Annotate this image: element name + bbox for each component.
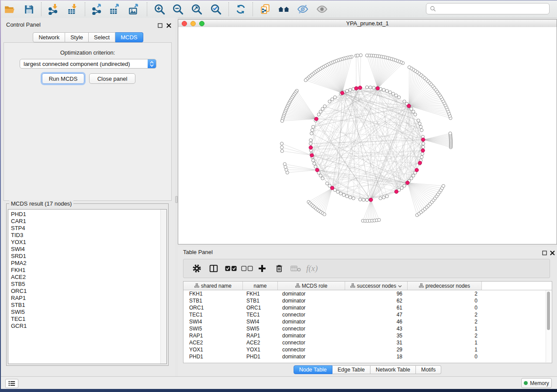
deselect-all-checkboxes-icon[interactable] xyxy=(241,266,253,272)
column-header-name[interactable]: name xyxy=(243,282,278,290)
table-cell: SWI5 xyxy=(183,325,243,332)
table-row[interactable]: SWI5SWI5connector431 xyxy=(183,325,552,332)
table-row[interactable]: SWI4SWI4dominator462 xyxy=(183,318,552,325)
import-table-icon[interactable] xyxy=(65,2,80,16)
float-table-panel-icon[interactable] xyxy=(541,250,547,256)
table-cell: dominator xyxy=(278,290,345,297)
column-header-shared-name[interactable]: shared name xyxy=(183,282,243,290)
tab-style[interactable]: Style xyxy=(65,32,89,42)
save-session-icon[interactable] xyxy=(21,2,37,16)
optimization-criterion-select[interactable]: largest connected component (undirected) xyxy=(20,59,156,69)
export-table-icon[interactable] xyxy=(107,2,122,16)
mcds-result-item[interactable]: TEC1 xyxy=(8,316,166,323)
mcds-result-item[interactable]: RAP1 xyxy=(8,295,166,302)
add-column-icon[interactable] xyxy=(258,264,266,273)
mcds-result-list: PHD1CAR1STP4TID3YOX1SWI4SRD1PMA2FKH1ACE2… xyxy=(8,209,167,364)
mcds-result-item[interactable]: SRD1 xyxy=(8,253,166,260)
table-scrollbar-thumb[interactable] xyxy=(547,292,550,330)
search-input[interactable] xyxy=(439,5,549,13)
mcds-result-item[interactable]: SWI5 xyxy=(8,309,166,316)
export-network-icon[interactable] xyxy=(89,2,105,16)
settings-gear-icon[interactable] xyxy=(192,264,201,273)
table-row[interactable]: TEC1TEC1connector472 xyxy=(183,311,552,318)
mcds-tab-content: Optimization criterion: largest connecte… xyxy=(3,42,172,201)
dropdown-stepper-icon xyxy=(148,59,156,68)
close-panel-button[interactable]: Close panel xyxy=(89,73,135,84)
mcds-result-item[interactable]: TID3 xyxy=(8,232,166,239)
tree-icon xyxy=(419,283,424,289)
column-header-successor-nodes[interactable]: successor nodes xyxy=(345,282,408,290)
memory-status-icon xyxy=(524,381,528,385)
mcds-result-item[interactable]: PMA2 xyxy=(8,260,166,267)
function-builder-icon-disabled: f(x) xyxy=(306,264,318,273)
table-cell: ACE2 xyxy=(183,339,243,346)
tab-mcds[interactable]: MCDS xyxy=(115,32,143,42)
tab-select[interactable]: Select xyxy=(89,32,115,42)
table-cell: 1 xyxy=(408,346,482,353)
table-cell: ACE2 xyxy=(243,339,278,346)
table-row[interactable]: PHD1PHD1dominator180 xyxy=(183,353,552,360)
clone-network-icon[interactable] xyxy=(257,2,273,16)
column-layout-icon[interactable] xyxy=(209,264,218,273)
table-cell: connector xyxy=(278,339,345,346)
control-panel-title: Control Panel xyxy=(6,21,41,28)
delete-column-trash-icon[interactable] xyxy=(275,264,284,273)
show-all-eye-icon[interactable] xyxy=(314,2,330,16)
table-cell: YOX1 xyxy=(243,346,278,353)
column-header-predecessor-nodes[interactable]: predecessor nodes xyxy=(408,282,482,290)
mcds-result-item[interactable]: PHD1 xyxy=(8,210,166,218)
table-row[interactable]: RAP1RAP1dominator352 xyxy=(183,332,552,339)
import-network-icon[interactable] xyxy=(45,2,61,16)
zoom-in-icon[interactable] xyxy=(152,2,167,16)
log-console-button[interactable] xyxy=(5,379,18,388)
column-header-MCDS-role[interactable]: MCDS role xyxy=(278,282,345,290)
mcds-result-item[interactable]: GCR1 xyxy=(8,323,166,330)
table-row[interactable]: FKH1FKH1dominator962 xyxy=(183,290,552,297)
table-row[interactable]: ORC1ORC1dominator610 xyxy=(183,304,552,311)
table-cell: connector xyxy=(278,311,345,318)
tab-edge-table[interactable]: Edge Table xyxy=(332,365,370,374)
mcds-result-item[interactable]: CAR1 xyxy=(8,218,166,225)
select-all-checkboxes-icon[interactable] xyxy=(225,266,237,272)
table-scrollbar[interactable] xyxy=(546,290,551,362)
mcds-result-title: MCDS result (17 nodes) xyxy=(9,200,73,207)
mcds-result-item[interactable]: YOX1 xyxy=(8,239,166,246)
mcds-list-scrollbar[interactable] xyxy=(160,210,166,364)
status-bar: Memory xyxy=(1,376,557,389)
memory-button[interactable]: Memory xyxy=(521,378,552,388)
tab-network[interactable]: Network xyxy=(33,32,65,42)
refresh-layout-icon[interactable] xyxy=(233,2,249,16)
hide-selected-eye-icon[interactable] xyxy=(295,2,311,16)
export-image-icon[interactable] xyxy=(126,2,142,16)
mcds-result-item[interactable]: STB1 xyxy=(8,302,166,309)
table-cell: FKH1 xyxy=(243,290,278,297)
table-cell: 35 xyxy=(345,332,408,339)
float-panel-icon[interactable] xyxy=(157,23,163,28)
mcds-result-item[interactable]: ORC1 xyxy=(8,288,166,295)
table-cell: PHD1 xyxy=(243,353,278,360)
zoom-out-icon[interactable] xyxy=(170,2,186,16)
table-row[interactable]: YOX1YOX1connector291 xyxy=(183,346,552,353)
network-window-titlebar[interactable]: YPA_prune.txt_1 xyxy=(178,20,557,28)
tab-motifs[interactable]: Motifs xyxy=(416,365,441,374)
first-neighbors-icon[interactable] xyxy=(276,2,292,16)
zoom-selected-icon[interactable] xyxy=(208,2,224,16)
close-panel-icon[interactable] xyxy=(166,23,172,28)
tab-node-table[interactable]: Node Table xyxy=(294,365,332,374)
open-file-icon[interactable] xyxy=(2,2,17,16)
table-cell: SWI4 xyxy=(183,318,243,325)
tab-network-table[interactable]: Network Table xyxy=(370,365,416,374)
delete-table-icon-disabled xyxy=(291,265,301,272)
zoom-fit-icon[interactable] xyxy=(189,2,204,16)
mcds-result-item[interactable]: STB5 xyxy=(8,281,166,288)
mcds-result-item[interactable]: FKH1 xyxy=(8,267,166,274)
run-mcds-button[interactable]: Run MCDS xyxy=(42,73,84,84)
table-row[interactable]: ACE2ACE2connector311 xyxy=(183,339,552,346)
table-cell: STB1 xyxy=(183,297,243,304)
table-row[interactable]: STB1STB1dominator620 xyxy=(183,297,552,304)
mcds-result-item[interactable]: ACE2 xyxy=(8,274,166,281)
network-canvas[interactable] xyxy=(178,27,557,244)
mcds-result-item[interactable]: STP4 xyxy=(8,225,166,232)
mcds-result-item[interactable]: SWI4 xyxy=(8,246,166,253)
close-table-panel-icon[interactable] xyxy=(549,250,555,256)
